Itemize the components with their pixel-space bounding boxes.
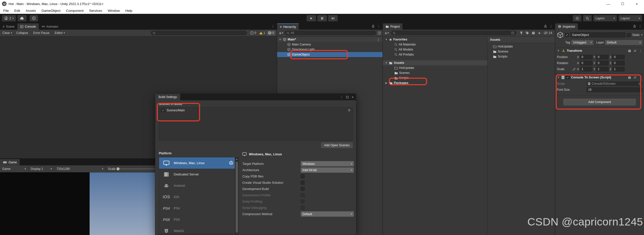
search-alert-icon[interactable] bbox=[530, 30, 536, 36]
expand-search-icon[interactable] bbox=[511, 31, 514, 34]
add-open-scenes-button[interactable]: Add Open Scenes bbox=[321, 143, 353, 148]
asset-item-scripts[interactable]: Scripts bbox=[487, 54, 555, 59]
collapse-toggle[interactable]: Collapse bbox=[15, 31, 29, 35]
rotation-x-field[interactable] bbox=[580, 61, 592, 65]
static-dropdown-icon[interactable]: ▾ bbox=[641, 34, 642, 36]
create-asset-dropdown-icon[interactable]: ▾ bbox=[388, 32, 389, 34]
menu-assets[interactable]: Assets bbox=[23, 8, 39, 14]
hierarchy-item-gameobject[interactable]: GameObject bbox=[277, 52, 383, 57]
hierarchy-search-input[interactable] bbox=[291, 31, 374, 35]
warning-count-toggle[interactable]: 1 bbox=[258, 30, 267, 35]
tab-console[interactable]: Console bbox=[17, 23, 39, 30]
foldout-icon[interactable]: ▶ bbox=[385, 82, 388, 84]
undo-history-button[interactable] bbox=[573, 15, 581, 21]
link-broken-icon[interactable] bbox=[573, 68, 576, 71]
favorites-all-prefabs[interactable]: All Prefabs bbox=[383, 52, 487, 57]
platform-ios[interactable]: iOS iOS bbox=[159, 191, 239, 203]
project-search-input[interactable] bbox=[397, 31, 510, 35]
minimize-button[interactable]: — bbox=[601, 0, 615, 8]
hierarchy-item-directional-light[interactable]: Directional Light bbox=[277, 47, 383, 52]
position-y-field[interactable] bbox=[596, 55, 609, 59]
presets-icon[interactable] bbox=[633, 49, 637, 53]
pause-button[interactable] bbox=[317, 15, 327, 21]
maximize-button[interactable] bbox=[615, 0, 630, 8]
scene-enabled-checkbox[interactable]: ✓ bbox=[161, 109, 165, 112]
component-menu-icon[interactable]: ⋮ bbox=[639, 49, 642, 53]
console-search-input[interactable] bbox=[157, 31, 245, 35]
gameobject-name-field[interactable] bbox=[571, 32, 625, 37]
scene-row-main[interactable]: ▼ Main* ⋮ bbox=[277, 37, 383, 42]
platform-windows-mac-linux[interactable]: Windows, Mac, Linux bbox=[159, 157, 239, 169]
version-control-button[interactable]: D bbox=[30, 15, 38, 21]
error-pause-toggle[interactable]: Error Pause bbox=[32, 31, 50, 35]
platform-ps4[interactable]: PS4 PS4 bbox=[159, 203, 239, 214]
game-target-dropdown[interactable]: Game ▾ bbox=[0, 165, 28, 172]
menu-services[interactable]: Services bbox=[86, 8, 105, 14]
clear-dropdown-icon[interactable]: ▾ bbox=[11, 32, 12, 34]
resolution-dropdown[interactable]: 720x1280 ▾ bbox=[54, 165, 106, 172]
platform-android[interactable]: Android bbox=[159, 180, 239, 191]
layers-dropdown[interactable]: Layers ▾ bbox=[593, 15, 617, 21]
packages-root[interactable]: ▶ Packages bbox=[383, 80, 487, 85]
foldout-icon[interactable]: ▼ bbox=[279, 38, 282, 41]
position-x-field[interactable] bbox=[580, 55, 592, 59]
component-menu-icon[interactable]: ⋮ bbox=[639, 76, 642, 79]
console-to-screen-component-header[interactable]: ▼ # ✓ Console To Screen (Script) ? ⋮ bbox=[555, 74, 644, 81]
menu-edit[interactable]: Edit bbox=[12, 8, 23, 14]
component-enabled-checkbox[interactable]: ✓ bbox=[566, 76, 570, 79]
favorites-all-materials[interactable]: All Materials bbox=[383, 42, 487, 47]
panel-menu-icon[interactable]: ⋮ bbox=[271, 24, 275, 28]
search-by-label-icon[interactable] bbox=[524, 30, 530, 36]
scene-entry-row[interactable]: ✓ Scenes/Main 0 bbox=[159, 108, 352, 113]
search-by-type-icon[interactable] bbox=[518, 30, 524, 36]
copy-pdb-checkbox[interactable] bbox=[301, 174, 305, 178]
target-platform-dropdown[interactable]: Windows▾ bbox=[301, 161, 354, 166]
menu-help[interactable]: Help bbox=[123, 8, 135, 14]
static-checkbox[interactable] bbox=[627, 33, 631, 37]
scale-y-field[interactable] bbox=[596, 67, 609, 71]
dialog-float-icon[interactable] bbox=[346, 96, 349, 98]
tree-item-scenes[interactable]: Scenes bbox=[383, 70, 487, 75]
font-size-field[interactable] bbox=[587, 87, 642, 92]
tab-hierarchy[interactable]: ≡ Hierarchy bbox=[277, 23, 299, 30]
editor-dropdown[interactable]: Editor bbox=[54, 31, 63, 35]
platform-list-scrollbar[interactable]: ▲ bbox=[235, 157, 239, 234]
platform-webgl[interactable]: 5 WebGL bbox=[159, 225, 239, 234]
layout-dropdown[interactable]: Layout ▾ bbox=[619, 15, 642, 21]
rotation-y-field[interactable] bbox=[596, 61, 609, 65]
panel-menu-icon[interactable]: ⋮ bbox=[638, 24, 642, 28]
scale-z-field[interactable] bbox=[612, 67, 625, 71]
menu-component[interactable]: Component bbox=[63, 8, 86, 14]
scroll-up-icon[interactable]: ▲ bbox=[235, 157, 239, 161]
object-picker-icon[interactable]: ⊙ bbox=[638, 82, 641, 85]
editor-dropdown-icon[interactable]: ▾ bbox=[64, 32, 65, 34]
lock-icon[interactable] bbox=[372, 25, 374, 28]
presets-icon[interactable] bbox=[633, 76, 637, 79]
scenes-in-build-list[interactable]: ✓ Scenes/Main 0 bbox=[159, 107, 353, 140]
foldout-icon[interactable]: ▼ bbox=[557, 76, 560, 79]
platform-ps5[interactable]: PS5 PS5 bbox=[159, 214, 239, 225]
tree-item-hotupdate[interactable]: HotUpdate bbox=[383, 65, 487, 70]
position-z-field[interactable] bbox=[612, 55, 625, 59]
display-dropdown[interactable]: Display 1 ▾ bbox=[28, 165, 54, 172]
hidden-packages-toggle[interactable]: 14 bbox=[542, 30, 553, 36]
active-checkbox[interactable]: ✓ bbox=[565, 33, 569, 37]
expand-search-icon[interactable] bbox=[378, 31, 381, 35]
project-search[interactable] bbox=[391, 31, 516, 35]
help-icon[interactable]: ? bbox=[628, 76, 631, 79]
assets-root[interactable]: ▼ Assets bbox=[383, 60, 487, 65]
transform-component-header[interactable]: ▼ Transform ? ⋮ bbox=[555, 48, 644, 54]
scale-x-field[interactable] bbox=[580, 67, 592, 71]
favorites-star-icon[interactable]: ★ bbox=[536, 30, 542, 36]
foldout-icon[interactable]: ▼ bbox=[385, 62, 388, 64]
step-button[interactable] bbox=[328, 15, 338, 21]
tab-scene[interactable]: # Scene bbox=[0, 23, 17, 30]
favorites-root[interactable]: ▼ ★ Favorites bbox=[383, 37, 487, 42]
tab-project[interactable]: Project bbox=[383, 23, 402, 30]
compression-method-dropdown[interactable]: Default▾ bbox=[301, 211, 354, 217]
dialog-titlebar[interactable]: Build Settings ⋮ × bbox=[155, 94, 356, 100]
panel-menu-icon[interactable]: ⋮ bbox=[549, 24, 553, 28]
lock-icon[interactable] bbox=[633, 25, 636, 28]
play-button[interactable] bbox=[307, 15, 316, 21]
tab-game[interactable]: Game bbox=[0, 159, 20, 165]
